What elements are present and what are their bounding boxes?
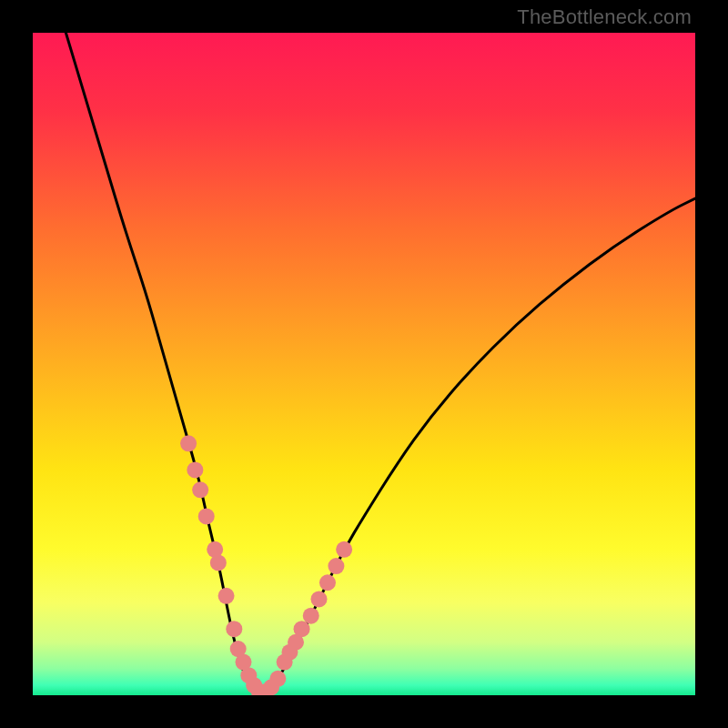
dot-highlight-dots-left: [180, 435, 197, 451]
dot-highlight-dots-left: [198, 508, 215, 524]
dot-highlight-dots-left: [187, 461, 203, 478]
dot-highlight-dots-right: [294, 621, 310, 637]
dot-highlight-dots-right: [303, 608, 319, 624]
dot-highlight-dots-right: [328, 558, 344, 574]
chart-frame: TheBottleneck.com: [0, 0, 728, 728]
dot-highlight-dots-left: [210, 554, 227, 571]
dot-highlight-dots-left: [218, 588, 235, 604]
dot-highlight-dots-left: [226, 621, 242, 637]
dot-highlight-dots-right: [311, 591, 328, 607]
watermark-text: TheBottleneck.com: [517, 5, 692, 29]
chart-canvas: [33, 33, 695, 695]
plot-area: [33, 33, 695, 695]
dot-highlight-dots-right: [319, 574, 336, 591]
dot-highlight-dots-right: [269, 671, 286, 687]
dot-highlight-dots-right: [336, 541, 352, 558]
dot-highlight-dots-left: [192, 481, 208, 498]
curve-bottleneck-curve: [66, 33, 695, 695]
